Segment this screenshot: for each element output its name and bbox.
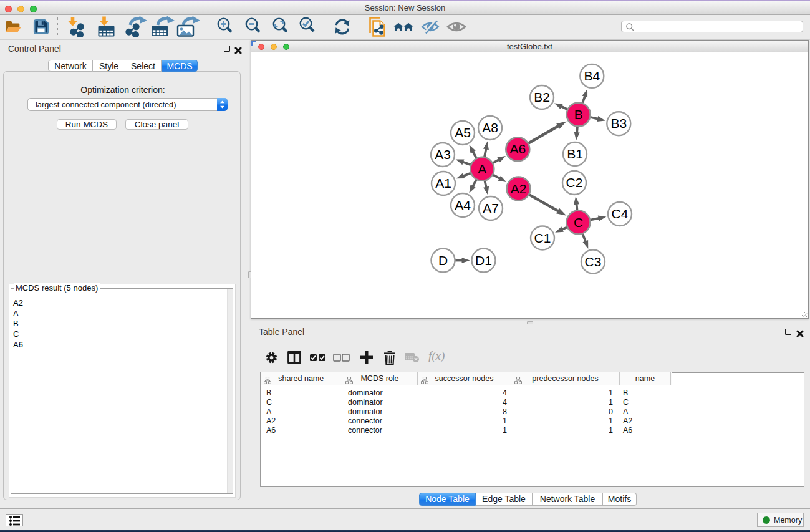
- svg-text:A3: A3: [435, 147, 451, 162]
- svg-text:A5: A5: [455, 125, 471, 140]
- svg-text:A4: A4: [455, 198, 471, 212]
- svg-text:B1: B1: [567, 147, 583, 161]
- svg-text:D1: D1: [475, 253, 492, 268]
- svg-text:B3: B3: [610, 116, 627, 130]
- svg-text:B2: B2: [534, 90, 550, 104]
- svg-text:B: B: [574, 107, 583, 122]
- svg-text:A6: A6: [509, 142, 526, 156]
- svg-text:A7: A7: [483, 201, 499, 215]
- svg-text:C: C: [574, 215, 583, 230]
- svg-text:A: A: [478, 162, 486, 176]
- svg-text:C2: C2: [566, 175, 583, 190]
- svg-text:C1: C1: [534, 231, 551, 245]
- svg-text:D: D: [438, 253, 448, 268]
- svg-text:C4: C4: [612, 206, 629, 221]
- svg-text:A1: A1: [435, 176, 451, 190]
- svg-text:A2: A2: [511, 181, 527, 196]
- svg-text:C3: C3: [585, 254, 602, 269]
- svg-text:B4: B4: [584, 69, 600, 83]
- svg-text:A8: A8: [482, 120, 498, 135]
